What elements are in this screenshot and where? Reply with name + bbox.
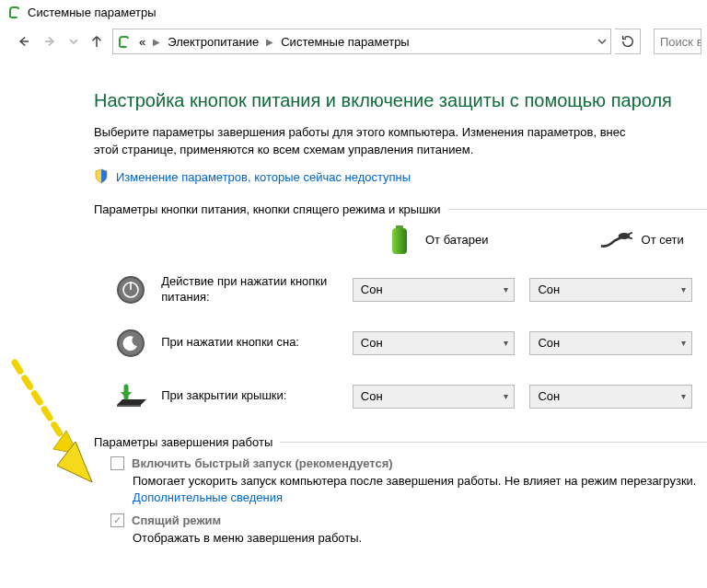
column-mains: От сети (599, 224, 684, 257)
select-sleep-mains[interactable]: Сон▾ (529, 331, 692, 355)
select-power-mains[interactable]: Сон▾ (529, 278, 692, 302)
admin-link[interactable]: Изменение параметров, которые сейчас нед… (116, 170, 411, 184)
address-bar[interactable]: « ▶ Электропитание ▶ Системные параметры (112, 29, 611, 54)
chevron-down-icon: ▾ (681, 338, 686, 348)
chevron-down-icon: ▾ (504, 338, 508, 348)
row-sleep-button: При нажатии кнопки сна: Сон▾ Сон▾ (112, 325, 707, 362)
page-description: Выберите параметры завершения работы для… (94, 124, 707, 159)
row-power-button: Действие при нажатии кнопки питания: Сон… (112, 271, 707, 308)
row-label: При закрытии крышки: (161, 388, 353, 404)
lid-icon (112, 378, 148, 415)
title-bar: Системные параметры (0, 0, 707, 22)
forward-button[interactable] (39, 29, 63, 53)
admin-link-row[interactable]: Изменение параметров, которые сейчас нед… (94, 168, 707, 186)
row-lid-close: При закрытии крышки: Сон▾ Сон▾ (112, 378, 707, 415)
svg-line-8 (628, 237, 632, 238)
svg-line-7 (628, 233, 632, 235)
group-shutdown: Параметры завершения работы (94, 435, 707, 449)
page-title: Настройка кнопок питания и включение защ… (94, 90, 707, 111)
search-input[interactable]: Поиск в (654, 29, 701, 54)
svg-point-0 (10, 17, 17, 18)
chevron-down-icon: ▾ (681, 284, 686, 294)
group-buttons-lid: Параметры кнопки питания, кнопки спящего… (94, 202, 707, 216)
chevron-down-icon: ▾ (681, 391, 686, 401)
search-placeholder: Поиск в (660, 35, 701, 49)
checkbox-label: Включить быстрый запуск (рекомендуется) (132, 456, 393, 470)
refresh-button[interactable] (615, 29, 641, 54)
check-fast-startup: Включить быстрый запуск (рекомендуется) … (110, 456, 707, 506)
battery-icon (383, 224, 416, 257)
sleep-icon (112, 325, 148, 362)
address-icon (117, 34, 132, 49)
checkbox-sleep[interactable]: ✓ (110, 513, 124, 527)
recent-chevron[interactable] (66, 29, 81, 53)
window-title: Системные параметры (28, 6, 156, 19)
power-icon (112, 271, 148, 308)
select-sleep-battery[interactable]: Сон▾ (353, 331, 516, 355)
check-sleep-menu: ✓ Спящий режим Отображать в меню заверше… (110, 513, 707, 547)
row-label: При нажатии кнопки сна: (161, 335, 353, 351)
breadcrumb-seg-1[interactable]: Электропитание (164, 35, 262, 49)
up-button[interactable] (85, 29, 109, 53)
shield-icon (94, 168, 109, 186)
column-battery: От батареи (383, 224, 489, 257)
svg-rect-5 (392, 228, 407, 254)
chevron-down-icon: ▾ (504, 284, 508, 294)
breadcrumb-root[interactable]: « (135, 35, 149, 49)
plug-icon (599, 224, 632, 257)
address-dropdown[interactable] (597, 35, 607, 49)
back-button[interactable] (11, 29, 35, 53)
chevron-right-icon: ▶ (151, 37, 162, 47)
column-headers: От батареи От сети (383, 224, 707, 257)
more-info-link[interactable]: Дополнительные сведения (133, 490, 283, 504)
nav-bar: « ▶ Электропитание ▶ Системные параметры… (0, 22, 707, 63)
checkbox-label: Спящий режим (132, 513, 221, 527)
select-power-battery[interactable]: Сон▾ (353, 278, 516, 302)
checkbox-description: Помогает ускорить запуск компьютера посл… (133, 473, 707, 506)
content-pane: Настройка кнопок питания и включение защ… (0, 63, 707, 547)
svg-point-3 (120, 46, 127, 48)
row-label: Действие при нажатии кнопки питания: (161, 274, 353, 306)
app-icon (7, 5, 22, 19)
breadcrumb-seg-2[interactable]: Системные параметры (277, 35, 412, 49)
checkbox-description: Отображать в меню завершения работы. (133, 530, 707, 547)
chevron-right-icon: ▶ (264, 37, 275, 47)
checkbox-fast-startup[interactable] (110, 456, 124, 470)
select-lid-battery[interactable]: Сон▾ (353, 385, 516, 409)
select-lid-mains[interactable]: Сон▾ (529, 385, 692, 409)
chevron-down-icon: ▾ (504, 391, 508, 401)
